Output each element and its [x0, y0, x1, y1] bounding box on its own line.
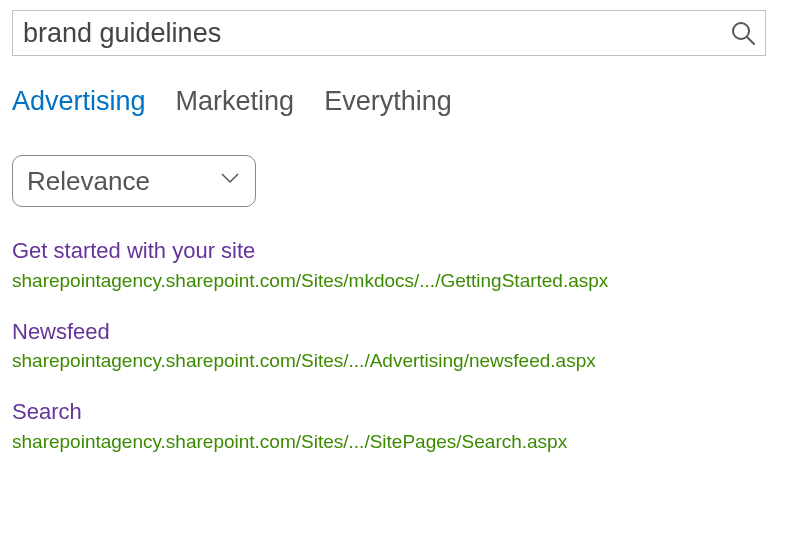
- result-url: sharepointagency.sharepoint.com/Sites/..…: [12, 350, 780, 372]
- svg-line-1: [747, 37, 754, 44]
- search-input[interactable]: [23, 18, 729, 49]
- result-item: Newsfeed sharepointagency.sharepoint.com…: [12, 318, 780, 373]
- scope-tabs: Advertising Marketing Everything: [12, 86, 780, 117]
- result-item: Search sharepointagency.sharepoint.com/S…: [12, 398, 780, 453]
- search-results-page: Advertising Marketing Everything Relevan…: [0, 0, 792, 489]
- tab-advertising[interactable]: Advertising: [12, 86, 146, 117]
- results-list: Get started with your site sharepointage…: [12, 237, 780, 453]
- result-title[interactable]: Get started with your site: [12, 237, 780, 266]
- sort-dropdown[interactable]: Relevance: [12, 155, 256, 207]
- tab-everything[interactable]: Everything: [324, 86, 452, 117]
- chevron-down-icon: [221, 172, 239, 190]
- result-url: sharepointagency.sharepoint.com/Sites/mk…: [12, 270, 780, 292]
- search-icon[interactable]: [729, 19, 757, 47]
- tab-marketing[interactable]: Marketing: [176, 86, 295, 117]
- result-item: Get started with your site sharepointage…: [12, 237, 780, 292]
- sort-selected-label: Relevance: [27, 166, 150, 197]
- result-title[interactable]: Newsfeed: [12, 318, 780, 347]
- search-box: [12, 10, 766, 56]
- result-url: sharepointagency.sharepoint.com/Sites/..…: [12, 431, 780, 453]
- result-title[interactable]: Search: [12, 398, 780, 427]
